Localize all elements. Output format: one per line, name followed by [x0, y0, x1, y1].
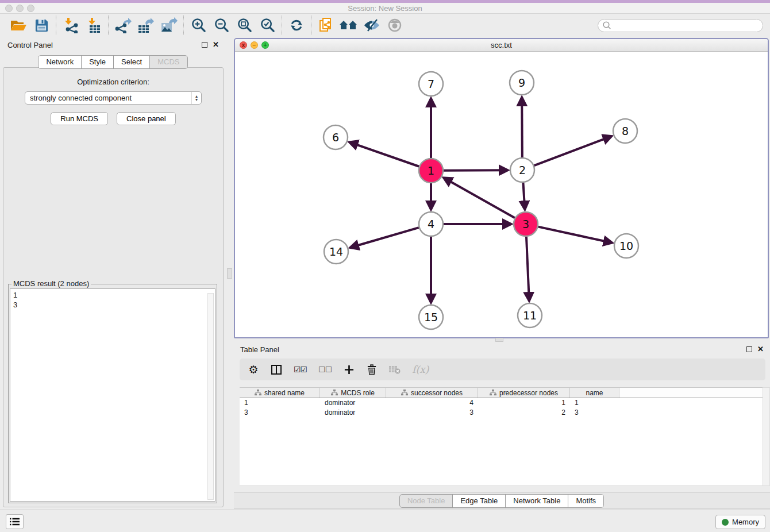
optimization-criterion-select[interactable]: strongly connected component ▴▾ — [25, 91, 202, 105]
zoom-out-icon[interactable] — [210, 16, 233, 35]
table-cell[interactable]: 3 — [240, 408, 320, 418]
toolbar-separator — [108, 16, 109, 35]
import-table-icon[interactable] — [82, 16, 105, 35]
table-row[interactable]: 3dominator323 — [240, 408, 766, 418]
table-cell[interactable]: 3 — [570, 408, 619, 418]
zoom-fit-icon[interactable] — [233, 16, 256, 35]
graph-node-2[interactable]: 2 — [510, 158, 534, 182]
export-image-icon[interactable] — [157, 16, 180, 35]
result-scrollbar[interactable] — [207, 293, 214, 500]
close-panel-icon[interactable]: ✕ — [757, 346, 764, 352]
mcds-result-list[interactable]: 1 3 — [10, 288, 215, 502]
search-field[interactable] — [598, 19, 763, 32]
graph-node-8[interactable]: 8 — [613, 119, 637, 143]
table-cell[interactable]: 1 — [478, 398, 570, 408]
network-canvas[interactable]: 7968124314101511 — [235, 52, 768, 337]
graph-edge-3-10[interactable] — [538, 227, 611, 243]
open-in-cytoscape-home-icon[interactable] — [337, 16, 360, 35]
tab-network-table[interactable]: Network Table — [505, 494, 568, 508]
graph-node-3[interactable]: 3 — [514, 212, 538, 236]
graph-node-10[interactable]: 10 — [614, 234, 638, 258]
memory-button[interactable]: Memory — [715, 515, 765, 529]
zoom-selected-icon[interactable] — [256, 16, 279, 35]
open-session-icon[interactable] — [7, 16, 30, 35]
column-header-shared-name[interactable]: shared name — [240, 388, 320, 398]
table-cell[interactable]: 1 — [240, 398, 320, 408]
network-window-titlebar[interactable]: x − + scc.txt — [235, 39, 768, 52]
graph-node-1[interactable]: 1 — [419, 159, 443, 183]
frame-maximize-icon[interactable]: + — [261, 41, 269, 49]
select-all-rows-icon[interactable]: ☑☑ — [294, 365, 307, 374]
table-cell[interactable]: 4 — [386, 398, 478, 408]
graph-node-15[interactable]: 15 — [419, 305, 443, 329]
close-panel-icon[interactable]: ✕ — [213, 42, 219, 48]
show-column-selector-icon[interactable] — [271, 365, 282, 375]
import-network-icon[interactable] — [59, 16, 82, 35]
tab-style[interactable]: Style — [81, 55, 114, 69]
float-window-icon[interactable] — [202, 42, 207, 48]
delete-column-trash-icon[interactable] — [366, 364, 378, 375]
column-header-label: shared name — [264, 389, 305, 397]
save-session-icon[interactable] — [30, 16, 53, 35]
graph-edge-2-8[interactable] — [534, 137, 611, 166]
table-cell[interactable]: dominator — [320, 408, 386, 418]
column-header-name[interactable]: name — [570, 388, 619, 398]
table-cell[interactable]: 2 — [478, 408, 570, 418]
task-history-button[interactable] — [6, 514, 24, 529]
select-spinner-icon: ▴▾ — [191, 92, 201, 104]
graph-edge-1-2[interactable] — [444, 170, 507, 171]
graph-edge-3-1[interactable] — [445, 178, 515, 218]
zoom-in-icon[interactable] — [187, 16, 210, 35]
table-scrollbar[interactable] — [763, 387, 770, 486]
graph-node-14[interactable]: 14 — [324, 240, 348, 264]
frame-minimize-icon[interactable]: − — [251, 41, 258, 49]
window-title: Session: New Session — [0, 4, 770, 13]
tab-node-table[interactable]: Node Table — [399, 494, 453, 508]
graph-edge-2-3[interactable] — [523, 183, 525, 209]
tab-edge-table[interactable]: Edge Table — [452, 494, 506, 508]
tab-mcds[interactable]: MCDS — [149, 55, 187, 69]
table-row[interactable]: 1dominator411 — [240, 398, 766, 408]
column-header-successor-nodes[interactable]: successor nodes — [386, 388, 478, 398]
graph-edge-3-11[interactable] — [526, 237, 529, 300]
show-panel-eye-icon[interactable] — [383, 16, 406, 35]
tab-select[interactable]: Select — [113, 55, 150, 69]
graph-node-9[interactable]: 9 — [510, 71, 534, 95]
toolbar-separator — [311, 16, 311, 35]
graph-node-11[interactable]: 11 — [518, 303, 542, 327]
table-cell[interactable]: dominator — [320, 398, 386, 408]
toolbar-separator — [56, 16, 56, 35]
network-graph[interactable]: 7968124314101511 — [235, 52, 768, 337]
export-table-icon[interactable] — [134, 16, 157, 35]
column-header-predecessor-nodes[interactable]: predecessor nodes — [478, 388, 570, 398]
search-input[interactable] — [611, 21, 759, 29]
column-header-MCDS-role[interactable]: MCDS role — [320, 388, 386, 398]
table-cell[interactable]: 1 — [570, 398, 619, 408]
graph-node-6[interactable]: 6 — [324, 125, 348, 149]
table-body: 1dominator4113dominator323 — [240, 398, 766, 418]
clone-network-icon[interactable] — [314, 16, 337, 35]
run-mcds-button[interactable]: Run MCDS — [51, 112, 108, 125]
apply-layout-icon[interactable] — [285, 16, 308, 35]
export-network-icon[interactable] — [111, 16, 134, 35]
tab-motifs[interactable]: Motifs — [568, 494, 604, 508]
graph-node-4[interactable]: 4 — [419, 212, 443, 236]
graph-edge-4-14[interactable] — [351, 228, 419, 247]
close-panel-button[interactable]: Close panel — [117, 112, 176, 125]
status-bar: Memory — [0, 510, 770, 532]
graph-edge-1-6[interactable] — [350, 142, 419, 167]
graph-node-7[interactable]: 7 — [419, 72, 443, 96]
function-builder-icon: f(x) — [412, 364, 429, 375]
graph-edge-2-9[interactable] — [522, 98, 522, 157]
column-settings-gear-icon[interactable]: ⚙ — [248, 363, 259, 376]
tab-network[interactable]: Network — [38, 55, 82, 69]
add-column-icon[interactable] — [343, 365, 355, 375]
column-tree-icon — [331, 390, 338, 396]
hide-panel-eye-icon[interactable] — [360, 16, 383, 35]
unselect-all-rows-icon[interactable]: ☐☐ — [318, 365, 332, 374]
frame-close-icon[interactable]: x — [240, 41, 247, 49]
column-tree-icon — [401, 390, 408, 396]
table-cell[interactable]: 3 — [386, 408, 478, 418]
vertical-splitter-grip[interactable] — [227, 268, 232, 279]
float-window-icon[interactable] — [746, 346, 752, 352]
